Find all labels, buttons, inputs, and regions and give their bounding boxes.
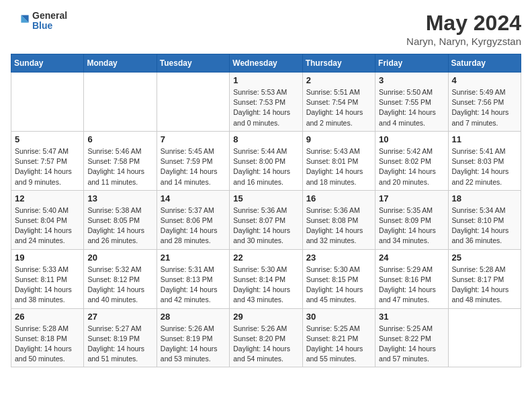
day-cell: 30Sunrise: 5:25 AMSunset: 8:21 PMDayligh… — [302, 308, 375, 367]
subtitle: Naryn, Naryn, Kyrgyzstan — [406, 36, 521, 47]
title-block: May 2024 Naryn, Naryn, Kyrgyzstan — [406, 11, 521, 47]
day-cell: 28Sunrise: 5:26 AMSunset: 8:19 PMDayligh… — [157, 308, 229, 367]
day-cell: 15Sunrise: 5:36 AMSunset: 8:07 PMDayligh… — [230, 190, 302, 249]
day-info: Sunrise: 5:31 AMSunset: 8:13 PMDaylight:… — [161, 265, 226, 306]
day-cell: 11Sunrise: 5:41 AMSunset: 8:03 PMDayligh… — [448, 131, 521, 190]
day-info: Sunrise: 5:34 AMSunset: 8:10 PMDaylight:… — [452, 205, 517, 246]
day-number: 14 — [161, 193, 226, 203]
day-cell: 12Sunrise: 5:40 AMSunset: 8:04 PMDayligh… — [11, 190, 84, 249]
week-row-3: 12Sunrise: 5:40 AMSunset: 8:04 PMDayligh… — [11, 190, 521, 249]
logo: General Blue — [11, 11, 67, 32]
day-cell: 21Sunrise: 5:31 AMSunset: 8:13 PMDayligh… — [157, 249, 229, 308]
day-cell: 4Sunrise: 5:49 AMSunset: 7:56 PMDaylight… — [448, 73, 521, 132]
day-info: Sunrise: 5:49 AMSunset: 7:56 PMDaylight:… — [452, 87, 517, 128]
day-info: Sunrise: 5:50 AMSunset: 7:55 PMDaylight:… — [379, 87, 444, 128]
day-cell: 8Sunrise: 5:44 AMSunset: 8:00 PMDaylight… — [230, 131, 302, 190]
day-cell — [11, 73, 84, 132]
day-cell: 10Sunrise: 5:42 AMSunset: 8:02 PMDayligh… — [375, 131, 448, 190]
day-cell: 2Sunrise: 5:51 AMSunset: 7:54 PMDaylight… — [302, 73, 375, 132]
day-number: 12 — [15, 193, 80, 203]
logo-text: General Blue — [32, 11, 67, 32]
day-cell: 26Sunrise: 5:28 AMSunset: 8:18 PMDayligh… — [11, 308, 84, 367]
day-number: 8 — [233, 134, 298, 144]
day-info: Sunrise: 5:36 AMSunset: 8:07 PMDaylight:… — [233, 205, 298, 246]
day-cell: 29Sunrise: 5:26 AMSunset: 8:20 PMDayligh… — [230, 308, 302, 367]
logo-general: General — [32, 11, 67, 21]
day-cell: 19Sunrise: 5:33 AMSunset: 8:11 PMDayligh… — [11, 249, 84, 308]
day-info: Sunrise: 5:41 AMSunset: 8:03 PMDaylight:… — [452, 146, 517, 187]
day-info: Sunrise: 5:37 AMSunset: 8:06 PMDaylight:… — [161, 205, 226, 246]
day-number: 10 — [379, 134, 444, 144]
day-info: Sunrise: 5:38 AMSunset: 8:05 PMDaylight:… — [87, 205, 152, 246]
header-row: SundayMondayTuesdayWednesdayThursdayFrid… — [11, 54, 521, 73]
day-cell: 25Sunrise: 5:28 AMSunset: 8:17 PMDayligh… — [448, 249, 521, 308]
day-info: Sunrise: 5:40 AMSunset: 8:04 PMDaylight:… — [15, 205, 80, 246]
day-number: 20 — [87, 253, 152, 263]
day-number: 18 — [452, 193, 517, 203]
day-info: Sunrise: 5:35 AMSunset: 8:09 PMDaylight:… — [379, 205, 444, 246]
week-row-1: 1Sunrise: 5:53 AMSunset: 7:53 PMDaylight… — [11, 73, 521, 132]
day-number: 2 — [306, 75, 371, 85]
day-cell: 16Sunrise: 5:36 AMSunset: 8:08 PMDayligh… — [302, 190, 375, 249]
day-info: Sunrise: 5:46 AMSunset: 7:58 PMDaylight:… — [87, 146, 152, 187]
logo-icon — [11, 11, 30, 30]
day-info: Sunrise: 5:33 AMSunset: 8:11 PMDaylight:… — [15, 265, 80, 306]
day-number: 6 — [87, 134, 152, 144]
week-row-2: 5Sunrise: 5:47 AMSunset: 7:57 PMDaylight… — [11, 131, 521, 190]
day-info: Sunrise: 5:29 AMSunset: 8:16 PMDaylight:… — [379, 265, 444, 306]
day-cell: 24Sunrise: 5:29 AMSunset: 8:16 PMDayligh… — [375, 249, 448, 308]
day-info: Sunrise: 5:26 AMSunset: 8:19 PMDaylight:… — [161, 324, 226, 365]
day-number: 22 — [233, 253, 298, 263]
week-row-4: 19Sunrise: 5:33 AMSunset: 8:11 PMDayligh… — [11, 249, 521, 308]
day-cell: 5Sunrise: 5:47 AMSunset: 7:57 PMDaylight… — [11, 131, 84, 190]
calendar-body: 1Sunrise: 5:53 AMSunset: 7:53 PMDaylight… — [11, 73, 521, 367]
main-title: May 2024 — [406, 11, 521, 36]
day-cell: 20Sunrise: 5:32 AMSunset: 8:12 PMDayligh… — [84, 249, 157, 308]
day-number: 31 — [379, 312, 444, 322]
day-number: 5 — [15, 134, 80, 144]
day-number: 3 — [379, 75, 444, 85]
day-info: Sunrise: 5:26 AMSunset: 8:20 PMDaylight:… — [233, 324, 298, 365]
day-number: 15 — [233, 193, 298, 203]
day-info: Sunrise: 5:44 AMSunset: 8:00 PMDaylight:… — [233, 146, 298, 187]
day-number: 21 — [161, 253, 226, 263]
day-number: 1 — [233, 75, 298, 85]
day-info: Sunrise: 5:45 AMSunset: 7:59 PMDaylight:… — [161, 146, 226, 187]
logo-blue: Blue — [32, 21, 67, 31]
day-number: 11 — [452, 134, 517, 144]
day-info: Sunrise: 5:51 AMSunset: 7:54 PMDaylight:… — [306, 87, 371, 128]
day-cell: 22Sunrise: 5:30 AMSunset: 8:14 PMDayligh… — [230, 249, 302, 308]
day-number: 25 — [452, 253, 517, 263]
day-number: 9 — [306, 134, 371, 144]
day-cell: 1Sunrise: 5:53 AMSunset: 7:53 PMDaylight… — [230, 73, 302, 132]
header-cell-friday: Friday — [375, 54, 448, 73]
day-number: 26 — [15, 312, 80, 322]
day-cell: 31Sunrise: 5:25 AMSunset: 8:22 PMDayligh… — [375, 308, 448, 367]
page-header: General Blue May 2024 Naryn, Naryn, Kyrg… — [11, 11, 521, 47]
week-row-5: 26Sunrise: 5:28 AMSunset: 8:18 PMDayligh… — [11, 308, 521, 367]
day-cell: 14Sunrise: 5:37 AMSunset: 8:06 PMDayligh… — [157, 190, 229, 249]
day-info: Sunrise: 5:47 AMSunset: 7:57 PMDaylight:… — [15, 146, 80, 187]
day-cell — [84, 73, 157, 132]
header-cell-sunday: Sunday — [11, 54, 84, 73]
day-number: 7 — [161, 134, 226, 144]
day-cell: 9Sunrise: 5:43 AMSunset: 8:01 PMDaylight… — [302, 131, 375, 190]
day-info: Sunrise: 5:30 AMSunset: 8:15 PMDaylight:… — [306, 265, 371, 306]
day-cell — [157, 73, 229, 132]
day-info: Sunrise: 5:32 AMSunset: 8:12 PMDaylight:… — [87, 265, 152, 306]
day-number: 19 — [15, 253, 80, 263]
header-cell-wednesday: Wednesday — [230, 54, 302, 73]
day-info: Sunrise: 5:28 AMSunset: 8:18 PMDaylight:… — [15, 324, 80, 365]
day-cell — [448, 308, 521, 367]
day-info: Sunrise: 5:28 AMSunset: 8:17 PMDaylight:… — [452, 265, 517, 306]
day-number: 28 — [161, 312, 226, 322]
day-cell: 23Sunrise: 5:30 AMSunset: 8:15 PMDayligh… — [302, 249, 375, 308]
day-cell: 27Sunrise: 5:27 AMSunset: 8:19 PMDayligh… — [84, 308, 157, 367]
day-cell: 13Sunrise: 5:38 AMSunset: 8:05 PMDayligh… — [84, 190, 157, 249]
day-cell: 6Sunrise: 5:46 AMSunset: 7:58 PMDaylight… — [84, 131, 157, 190]
day-info: Sunrise: 5:53 AMSunset: 7:53 PMDaylight:… — [233, 87, 298, 128]
day-info: Sunrise: 5:25 AMSunset: 8:21 PMDaylight:… — [306, 324, 371, 365]
calendar-table: SundayMondayTuesdayWednesdayThursdayFrid… — [11, 54, 521, 367]
day-number: 29 — [233, 312, 298, 322]
day-cell: 18Sunrise: 5:34 AMSunset: 8:10 PMDayligh… — [448, 190, 521, 249]
